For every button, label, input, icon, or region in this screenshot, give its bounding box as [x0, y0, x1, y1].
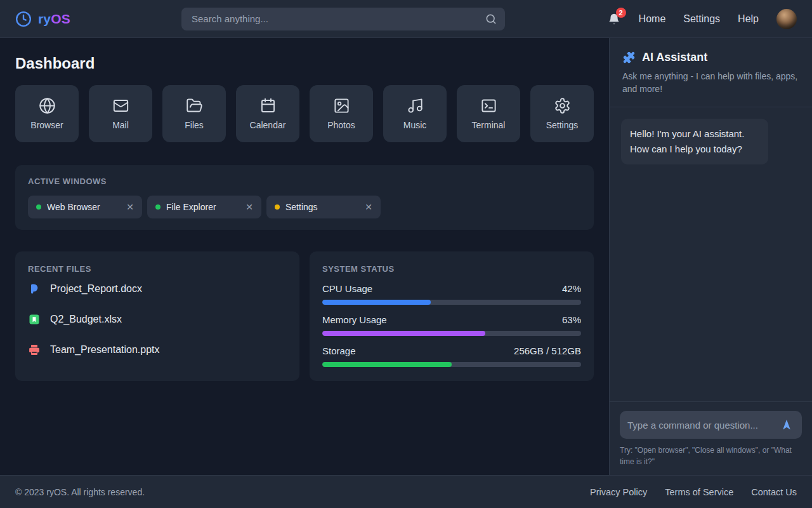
file-item-docx[interactable]: Project_Report.docx	[28, 274, 287, 304]
nav-link-home[interactable]: Home	[639, 13, 666, 25]
active-windows-list: Web Browser ✕ File Explorer ✕ Settings ✕	[28, 196, 581, 218]
ai-assistant-subtitle: Ask me anything - I can help with files,…	[622, 70, 799, 96]
meter-value: 42%	[562, 283, 581, 294]
window-chip-label: File Explorer	[166, 202, 216, 212]
search-input[interactable]	[181, 8, 505, 30]
window-chip-web-browser[interactable]: Web Browser ✕	[28, 196, 142, 218]
storage-meter: Storage 256GB / 512GB	[322, 345, 581, 367]
page-title: Dashboard	[15, 55, 594, 72]
music-note-icon	[407, 97, 424, 114]
user-avatar[interactable]	[776, 9, 797, 29]
status-dot	[275, 204, 280, 210]
puzzle-icon	[622, 51, 636, 64]
window-chip-label: Settings	[285, 202, 318, 212]
page-footer: © 2023 ryOS. All rights reserved. Privac…	[0, 475, 812, 508]
copyright-text: © 2023 ryOS. All rights reserved.	[15, 487, 145, 497]
app-tile-label: Calendar	[250, 120, 286, 130]
app-launcher-grid: Browser Mail Files	[15, 85, 594, 142]
spreadsheet-icon	[28, 313, 41, 326]
close-icon[interactable]: ✕	[365, 203, 372, 211]
mail-icon	[112, 97, 129, 114]
system-status-title: SYSTEM STATUS	[322, 264, 581, 274]
logo[interactable]: ryOS	[15, 11, 181, 27]
ai-chat-area: Hello! I'm your AI assistant. How can I …	[610, 107, 812, 402]
system-status-panel: SYSTEM STATUS CPU Usage 42% Memory Usage…	[310, 251, 594, 381]
footer-link-contact[interactable]: Contact Us	[751, 487, 797, 497]
footer-links: Privacy Policy Terms of Service Contact …	[590, 487, 797, 497]
file-item-pptx[interactable]: Team_Presentation.pptx	[28, 335, 287, 365]
progress-fill	[322, 362, 452, 367]
app-tile-label: Settings	[546, 120, 579, 130]
meter-value: 256GB / 512GB	[514, 345, 581, 356]
app-tile-calendar[interactable]: Calendar	[236, 85, 299, 142]
memory-meter: Memory Usage 63%	[322, 314, 581, 336]
app-tile-label: Mail	[112, 120, 129, 130]
navbar-actions: 2 Home Settings Help	[607, 9, 797, 29]
app-tile-label: Photos	[327, 120, 355, 130]
file-name: Project_Report.docx	[50, 283, 142, 295]
ai-assistant-header: AI Assistant Ask me anything - I can hel…	[610, 38, 812, 107]
nav-link-settings[interactable]: Settings	[683, 13, 720, 25]
app-tile-files[interactable]: Files	[162, 85, 226, 142]
status-dot	[36, 204, 41, 210]
window-chip-file-explorer[interactable]: File Explorer ✕	[147, 196, 261, 218]
app-tile-music[interactable]: Music	[383, 85, 447, 142]
folder-icon	[186, 97, 203, 114]
ai-assistant-sidebar: AI Assistant Ask me anything - I can hel…	[609, 38, 812, 475]
meter-label: Memory Usage	[322, 314, 387, 325]
progress-track	[322, 362, 581, 367]
presentation-icon	[28, 344, 41, 356]
terminal-icon	[480, 97, 497, 114]
assistant-message-bubble: Hello! I'm your AI assistant. How can I …	[621, 119, 768, 164]
global-search	[181, 8, 505, 30]
close-icon[interactable]: ✕	[126, 203, 134, 211]
app-tile-label: Terminal	[472, 120, 506, 130]
app-tile-settings[interactable]: Settings	[530, 85, 594, 142]
clock-logo-icon	[15, 11, 32, 27]
nav-link-help[interactable]: Help	[738, 13, 759, 25]
send-button[interactable]	[779, 417, 794, 432]
file-name: Team_Presentation.pptx	[50, 344, 160, 356]
status-dot	[155, 204, 160, 210]
ai-input-section: Try: "Open browser", "Close all windows"…	[610, 401, 812, 475]
dashboard-main: Dashboard Browser Mail	[0, 38, 609, 475]
command-input[interactable]	[627, 420, 779, 431]
logo-text: ryOS	[38, 11, 70, 27]
footer-link-terms[interactable]: Terms of Service	[665, 487, 733, 497]
active-windows-panel: ACTIVE WINDOWS Web Browser ✕ File Explor…	[15, 165, 594, 230]
meter-label: Storage	[322, 345, 356, 356]
cpu-meter: CPU Usage 42%	[322, 283, 581, 305]
app-tile-label: Music	[403, 120, 427, 130]
window-chip-settings[interactable]: Settings ✕	[266, 196, 381, 218]
send-arrow-icon	[780, 418, 793, 431]
meter-value: 63%	[562, 314, 581, 325]
window-chip-label: Web Browser	[47, 202, 100, 212]
progress-fill	[322, 331, 485, 336]
app-tile-browser[interactable]: Browser	[15, 85, 79, 142]
recent-files-panel: RECENT FILES Project_Report.docx	[15, 251, 299, 381]
progress-track	[322, 331, 581, 336]
app-tile-label: Files	[185, 120, 204, 130]
recent-files-title: RECENT FILES	[28, 264, 287, 274]
file-item-xlsx[interactable]: Q2_Budget.xlsx	[28, 304, 287, 335]
progress-track	[322, 300, 581, 305]
footer-link-privacy[interactable]: Privacy Policy	[590, 487, 647, 497]
image-icon	[333, 97, 350, 114]
app-tile-label: Browser	[30, 120, 63, 130]
dashboard-bottom-row: RECENT FILES Project_Report.docx	[15, 251, 594, 381]
top-navbar: ryOS 2 Home Settings Help	[0, 0, 812, 38]
search-icon[interactable]	[485, 13, 497, 25]
close-icon[interactable]: ✕	[246, 203, 253, 211]
app-tile-terminal[interactable]: Terminal	[457, 85, 520, 142]
command-hint: Try: "Open browser", "Close all windows"…	[620, 445, 802, 467]
notification-badge: 2	[616, 8, 626, 18]
app-tile-photos[interactable]: Photos	[310, 85, 373, 142]
app-tile-mail[interactable]: Mail	[89, 85, 152, 142]
notifications-button[interactable]: 2	[607, 12, 621, 26]
globe-icon	[39, 97, 56, 114]
app-shell: Dashboard Browser Mail	[0, 38, 812, 475]
meter-label: CPU Usage	[322, 283, 372, 294]
ai-assistant-title: AI Assistant	[642, 51, 707, 64]
progress-fill	[322, 300, 431, 305]
gear-icon	[554, 97, 571, 114]
